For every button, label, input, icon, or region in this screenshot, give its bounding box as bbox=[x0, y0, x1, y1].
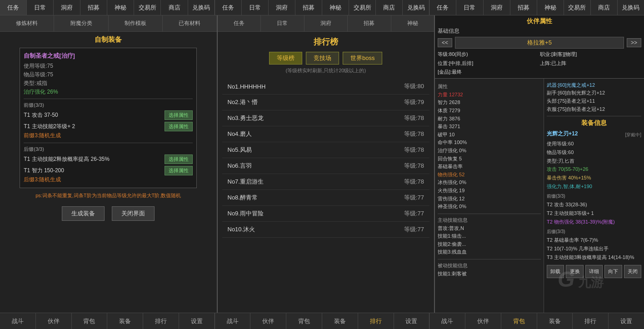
bottom-equip-1[interactable]: 装备 bbox=[107, 313, 143, 329]
leaderboard-body: 排行榜 等级榜 竞技场 世界boss (等级榜实时刷新,只统计20级以上的) N… bbox=[218, 32, 434, 313]
bottom-partner-3[interactable]: 伙伴 bbox=[465, 313, 501, 329]
lb-nav-recruit[interactable]: 招募 bbox=[348, 15, 391, 31]
bottom-equip-2[interactable]: 装备 bbox=[322, 313, 358, 329]
tab-template[interactable]: 制作模板 bbox=[109, 15, 163, 31]
bottom-rank-2[interactable]: 排行 bbox=[358, 313, 394, 329]
select-attr-btn-4[interactable]: 选择属性 bbox=[165, 166, 193, 175]
bottom-settings-3[interactable]: 设置 bbox=[609, 313, 644, 329]
lb-row-7[interactable]: No8.醉青常等级:77 bbox=[222, 190, 430, 206]
lb-row-9[interactable]: No10.沐火等级:77 bbox=[222, 222, 430, 238]
lb-nav-task[interactable]: 任务 bbox=[218, 15, 261, 31]
lb-row-5[interactable]: No6.言羽等级:78 bbox=[222, 158, 430, 174]
panel1-body: 自制装备 自制圣者之戒[治疗] 使用等级:75 物品等级:75 类型:戒指 治疗… bbox=[0, 32, 217, 313]
nav-dungeon-2[interactable]: 洞府 bbox=[269, 0, 295, 15]
nav-mystery-3[interactable]: 神秘 bbox=[537, 0, 564, 15]
bottom-bag-3[interactable]: 背包 bbox=[501, 313, 537, 329]
stat-crit: 暴击 3271 bbox=[438, 123, 541, 131]
bottom-bag-1[interactable]: 背包 bbox=[72, 313, 108, 329]
bottom-partner-1[interactable]: 伙伴 bbox=[36, 313, 72, 329]
equip-crit-dmg: 暴击伤害 40%+15% bbox=[547, 174, 641, 182]
nav-daily-3[interactable]: 日常 bbox=[456, 0, 483, 15]
slot-row-3: T1 主动技能2释放概率提高 26-35% 选择属性 bbox=[24, 155, 193, 164]
lb-row-3[interactable]: No4.磨人等级:78 bbox=[222, 126, 430, 142]
nav-dungeon-3[interactable]: 洞府 bbox=[484, 0, 510, 15]
partner-nav-row: << 格拉雅+5 >> bbox=[438, 37, 641, 49]
equip-prefix-1: T2 主动技能3等级+ 1 bbox=[547, 209, 641, 218]
nav-dungeon-1[interactable]: 洞府 bbox=[54, 0, 80, 15]
lb-row-6[interactable]: No7.重启游生等级:78 bbox=[222, 174, 430, 190]
nav-redeem-2[interactable]: 兑换码 bbox=[403, 0, 429, 15]
active-skills-title: 主动技能信息 bbox=[438, 217, 541, 224]
lb-nav-daily[interactable]: 日常 bbox=[261, 15, 305, 31]
equip-action-btn-4[interactable]: 关闭 bbox=[624, 265, 641, 278]
partner-level: 等级:80(同步) bbox=[438, 50, 539, 59]
tab-owned[interactable]: 已有材料 bbox=[163, 15, 216, 31]
clothing-line: 衣服:[75]自制圣者之冠+12 bbox=[547, 105, 641, 114]
main-content: 修炼材料 附魔分类 制作模板 已有材料 自制装备 自制圣者之戒[治疗] 使用等级… bbox=[0, 15, 644, 313]
head-line: 头部:[75]圣者之冠+11 bbox=[547, 97, 641, 105]
bottom-rank-1[interactable]: 排行 bbox=[143, 313, 179, 329]
nav-redeem-3[interactable]: 兑换码 bbox=[618, 0, 644, 15]
bottom-equip-3[interactable]: 装备 bbox=[537, 313, 573, 329]
nav-task-1[interactable]: 任务 bbox=[0, 0, 27, 15]
select-attr-btn-2[interactable]: 选择属性 bbox=[165, 122, 193, 131]
bottom-fight-2[interactable]: 战斗 bbox=[215, 313, 251, 329]
tab-materials[interactable]: 修炼材料 bbox=[0, 15, 54, 31]
lb-nav-mystery[interactable]: 神秘 bbox=[391, 15, 434, 31]
bottom-rank-3[interactable]: 排行 bbox=[573, 313, 609, 329]
lb-row-0[interactable]: No1.HHHHHH等级:80 bbox=[222, 79, 430, 95]
nav-redeem-1[interactable]: 兑换码 bbox=[188, 0, 215, 15]
partner-next-btn[interactable]: >> bbox=[627, 38, 641, 47]
stat-physique: 体质 7279 bbox=[438, 107, 541, 115]
nav-mystery-2[interactable]: 神秘 bbox=[322, 0, 349, 15]
lb-row-1[interactable]: No2.港丶懵等级:79 bbox=[222, 95, 430, 110]
lb-level-0: 等级:80 bbox=[404, 82, 424, 90]
nav-exchange-3[interactable]: 交易所 bbox=[564, 0, 591, 15]
nav-mystery-1[interactable]: 神秘 bbox=[107, 0, 134, 15]
lb-row-8[interactable]: No9.雨中冒险等级:77 bbox=[222, 206, 430, 222]
equip-suffix-section: 后缀(3/3) T2 基础暴击率 7(6-7)% T2 10(7-10)% 几率… bbox=[547, 229, 641, 261]
equip-action-btn-3[interactable]: 向下 bbox=[604, 265, 622, 278]
partner-weapons: 武器:[60]光魔之戒+12 副手:[60]自制光辉之刃+12 头部:[75]圣… bbox=[547, 81, 641, 113]
nav-shop-3[interactable]: 商店 bbox=[591, 0, 618, 15]
equip-action-btn-1[interactable]: 更换 bbox=[566, 265, 583, 278]
equip-action-btn-0[interactable]: 卸载 bbox=[547, 265, 564, 278]
bottom-settings-2[interactable]: 设置 bbox=[394, 313, 429, 329]
close-panel-btn[interactable]: 关闭界面 bbox=[112, 206, 155, 221]
nav-shop-1[interactable]: 商店 bbox=[161, 0, 188, 15]
lb-level-7: 等级:77 bbox=[404, 194, 424, 202]
nav-exchange-2[interactable]: 交易所 bbox=[349, 0, 376, 15]
nav-task-3[interactable]: 任务 bbox=[429, 0, 456, 15]
select-attr-btn-3[interactable]: 选择属性 bbox=[165, 155, 193, 164]
partner-prev-btn[interactable]: << bbox=[438, 38, 452, 47]
bottom-bag-2[interactable]: 背包 bbox=[286, 313, 322, 329]
select-attr-btn-1[interactable]: 选择属性 bbox=[165, 110, 193, 120]
bottom-fight-1[interactable]: 战斗 bbox=[0, 313, 36, 329]
bottom-partner-2[interactable]: 伙伴 bbox=[250, 313, 286, 329]
lb-name-7: No8.醉青常 bbox=[228, 194, 258, 202]
nav-daily-2[interactable]: 日常 bbox=[242, 0, 269, 15]
attr-title: 属性 bbox=[438, 83, 541, 90]
bottom-fight-3[interactable]: 战斗 bbox=[429, 313, 465, 329]
suffix-title: 后缀(3/3) bbox=[24, 146, 193, 153]
bottom-section-2: 战斗 伙伴 背包 装备 排行 设置 bbox=[215, 313, 430, 329]
tab-enchant[interactable]: 附魔分类 bbox=[54, 15, 108, 31]
nav-task-2[interactable]: 任务 bbox=[215, 0, 242, 15]
lb-tab-boss[interactable]: 世界boss bbox=[343, 52, 382, 65]
current-equip-name: 光辉之刃+12 bbox=[547, 130, 578, 138]
nav-shop-2[interactable]: 商店 bbox=[376, 0, 403, 15]
lb-row-2[interactable]: No3.勇士恶龙等级:78 bbox=[222, 110, 430, 126]
lb-row-4[interactable]: No5.风易等级:78 bbox=[222, 142, 430, 158]
nav-recruit-3[interactable]: 招募 bbox=[510, 0, 537, 15]
nav-recruit-1[interactable]: 招募 bbox=[80, 0, 107, 15]
bottom-section-3: 战斗 伙伴 背包 装备 排行 设置 bbox=[429, 313, 644, 329]
generate-btn[interactable]: 生成装备 bbox=[62, 206, 105, 221]
equip-action-btn-2[interactable]: 详细 bbox=[585, 265, 603, 278]
lb-tab-arena[interactable]: 竞技场 bbox=[306, 52, 339, 65]
lb-tab-level[interactable]: 等级榜 bbox=[269, 52, 302, 65]
nav-recruit-2[interactable]: 招募 bbox=[295, 0, 322, 15]
bottom-settings-1[interactable]: 设置 bbox=[179, 313, 215, 329]
nav-daily-1[interactable]: 日常 bbox=[27, 0, 54, 15]
lb-nav-dungeon[interactable]: 洞府 bbox=[305, 15, 348, 31]
nav-exchange-1[interactable]: 交易所 bbox=[134, 0, 161, 15]
